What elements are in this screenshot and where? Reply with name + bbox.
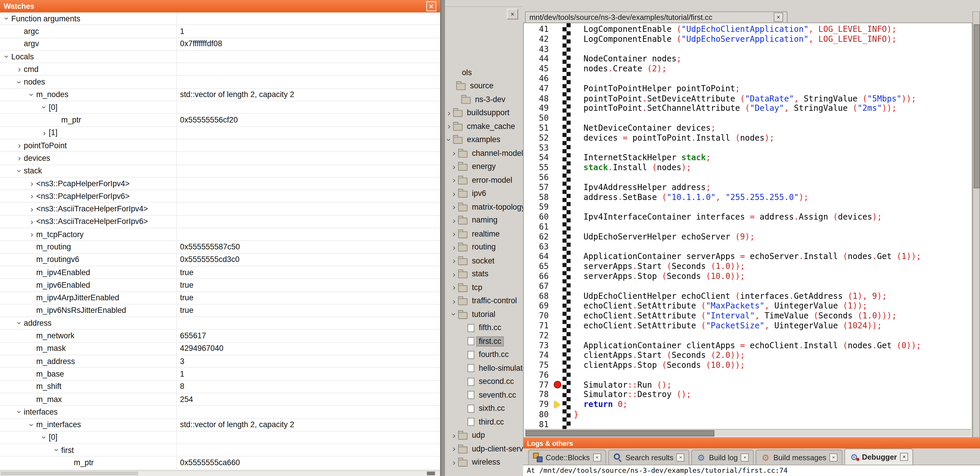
log-tab-search-results[interactable]: Search results× <box>608 450 690 465</box>
line-number[interactable]: 48 <box>523 94 552 104</box>
editor-vertical-scrollbar[interactable] <box>972 11 980 438</box>
breakpoint-margin[interactable] <box>552 420 562 430</box>
line-number[interactable]: 62 <box>523 232 552 242</box>
tree-item-label[interactable]: error-model <box>470 176 514 184</box>
scrollbar-thumb[interactable] <box>526 430 714 436</box>
breakpoint-margin[interactable] <box>552 123 562 133</box>
tree-item-label[interactable]: tcp <box>470 283 484 292</box>
line-number[interactable]: 51 <box>523 123 552 133</box>
tree-row[interactable]: ›udp <box>445 429 523 442</box>
breakpoint-margin[interactable] <box>552 64 562 74</box>
watch-row[interactable]: ›m_ptr0x5555555ca660 <box>0 457 440 469</box>
line-number[interactable]: 46 <box>523 73 552 84</box>
line-number[interactable]: 44 <box>523 54 552 64</box>
editor-horizontal-scrollbar[interactable] <box>525 429 971 436</box>
watch-row[interactable]: ›m_address3 <box>0 355 440 368</box>
tree-row[interactable]: ›wireless <box>445 455 523 469</box>
tree-row[interactable]: ›examples <box>445 133 523 147</box>
breakpoint-margin[interactable] <box>552 331 562 341</box>
breakpoint-margin[interactable] <box>552 212 562 222</box>
tree-item-label[interactable]: third.cc <box>477 417 506 426</box>
log-tab-code-blocks[interactable]: Code::Blocks× <box>528 450 606 465</box>
watches-titlebar[interactable]: Watches × <box>0 0 440 13</box>
tree-row[interactable]: first.cc <box>445 334 523 348</box>
breakpoint-margin[interactable] <box>552 311 562 321</box>
line-number[interactable]: 52 <box>523 133 552 143</box>
expander-icon[interactable]: › <box>28 420 36 429</box>
tree-row[interactable]: ›buildsupport <box>445 106 523 120</box>
watch-row[interactable]: ›pointToPoint <box>0 139 440 152</box>
watch-row[interactable]: ›<ns3::AsciiTraceHelperForIpv6> <box>0 216 440 228</box>
expander-icon[interactable]: › <box>450 310 458 318</box>
tree-row[interactable]: ›cmake_cache <box>445 120 523 133</box>
line-number[interactable]: 42 <box>523 34 552 44</box>
tree-item-label[interactable]: naming <box>470 216 500 225</box>
watch-row[interactable]: ›<ns3::PcapHelperForIpv6> <box>0 190 440 203</box>
breakpoint-margin[interactable] <box>552 321 562 331</box>
tree-row[interactable]: ›error-model <box>445 173 523 187</box>
expander-icon[interactable]: › <box>450 216 458 225</box>
watch-row[interactable]: ›m_nodesstd::vector of length 2, capacit… <box>0 89 440 101</box>
watch-row[interactable]: ›m_shift8 <box>0 381 440 393</box>
breakpoint-margin[interactable] <box>552 84 562 94</box>
watch-row[interactable]: ›m_network655617 <box>0 330 440 342</box>
expander-icon[interactable]: › <box>445 122 453 130</box>
watch-row[interactable]: ›m_ipv4ArpJitterEnabledtrue <box>0 292 440 304</box>
breakpoint-margin[interactable] <box>552 360 562 370</box>
expander-icon[interactable]: › <box>450 270 458 278</box>
expander-icon[interactable]: › <box>15 142 24 150</box>
tree-item-label[interactable]: channel-models <box>470 149 523 158</box>
tree-row[interactable]: ›naming <box>445 214 523 227</box>
breakpoint-margin[interactable] <box>552 54 562 64</box>
expander-icon[interactable]: › <box>40 433 48 442</box>
breakpoint-margin[interactable] <box>552 301 562 311</box>
breakpoint-margin[interactable] <box>552 380 562 390</box>
expander-icon[interactable]: › <box>450 297 458 305</box>
line-number[interactable]: 47 <box>523 84 552 94</box>
breakpoint-margin[interactable] <box>552 350 562 360</box>
watch-row[interactable]: ›m_interfacesstd::vector of length 2, ca… <box>0 419 440 431</box>
tree-row[interactable]: fourth.cc <box>445 348 523 361</box>
watch-row[interactable]: ›<ns3::AsciiTraceHelperForIpv4> <box>0 203 440 216</box>
watch-row[interactable]: ›[0] <box>0 431 440 444</box>
breakpoint-icon[interactable] <box>554 381 561 388</box>
breakpoint-margin[interactable] <box>552 272 562 281</box>
breakpoint-margin[interactable] <box>552 232 562 242</box>
watch-row[interactable]: ›interfaces <box>0 406 440 419</box>
editor-tab[interactable]: mnt/dev/tools/source/ns-3-dev/examples/t… <box>525 11 788 23</box>
line-number[interactable]: 41 <box>523 24 552 34</box>
tree-row[interactable]: seventh.cc <box>445 388 523 402</box>
watch-row[interactable]: ›m_routingv60x5555555cd3c0 <box>0 254 440 266</box>
close-icon[interactable]: × <box>774 13 783 22</box>
watch-row[interactable]: ›stack <box>0 165 440 177</box>
tree-item-label[interactable]: socket <box>470 256 496 265</box>
breakpoint-margin[interactable] <box>552 44 562 54</box>
breakpoint-margin[interactable] <box>552 182 562 192</box>
breakpoint-margin[interactable] <box>552 252 562 262</box>
expander-icon[interactable]: › <box>450 431 458 439</box>
watches-horizontal-scrollbar[interactable] <box>0 470 440 476</box>
close-icon[interactable]: × <box>507 9 518 19</box>
breakpoint-margin[interactable] <box>552 163 562 173</box>
expander-icon[interactable]: › <box>450 243 458 251</box>
tree-row[interactable]: fifth.cc <box>445 321 523 334</box>
watch-row[interactable]: ›m_tcpFactory <box>0 228 440 241</box>
expander-icon[interactable]: › <box>27 217 36 226</box>
close-icon[interactable]: × <box>426 1 436 11</box>
watch-row[interactable]: ›devices <box>0 152 440 165</box>
watch-row[interactable]: ›argv0x7fffffffdf08 <box>0 38 440 51</box>
line-number[interactable]: 49 <box>523 104 552 113</box>
breakpoint-margin[interactable] <box>552 281 562 291</box>
expander-icon[interactable]: › <box>450 176 458 184</box>
line-number[interactable]: 73 <box>523 341 552 351</box>
watch-row[interactable]: ›m_ipv6Enabledtrue <box>0 279 440 292</box>
line-number[interactable]: 43 <box>523 44 552 54</box>
line-number[interactable]: 53 <box>523 143 552 153</box>
line-number[interactable]: 75 <box>523 360 552 370</box>
expander-icon[interactable]: › <box>445 109 453 117</box>
close-icon[interactable]: × <box>593 454 601 462</box>
watches-table[interactable]: ›Function arguments›argc1›argv0x7fffffff… <box>0 13 440 470</box>
watch-row[interactable]: ›m_ipv4Enabledtrue <box>0 266 440 279</box>
line-number[interactable]: 72 <box>523 331 552 341</box>
line-number[interactable]: 81 <box>523 420 552 430</box>
